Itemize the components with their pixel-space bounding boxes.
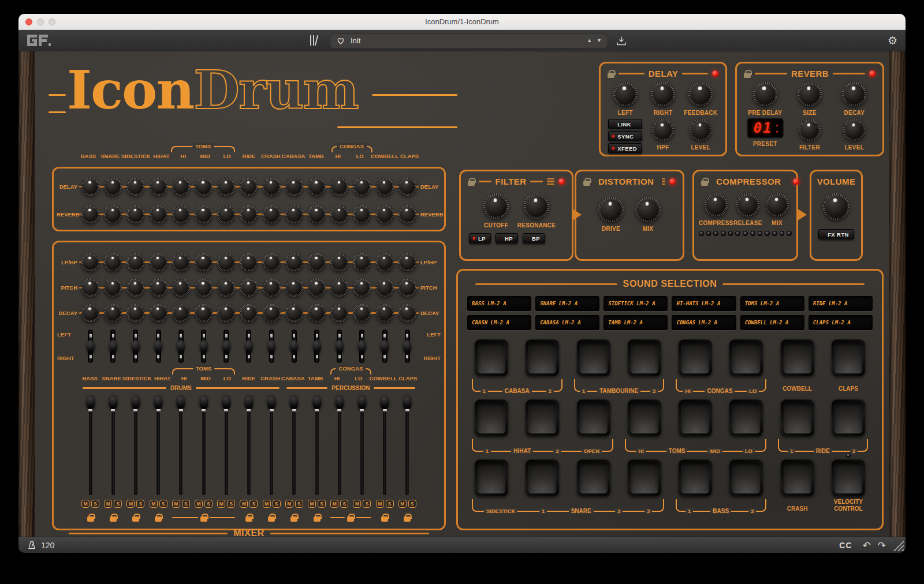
solo-button-12-lo[interactable]: S — [363, 500, 371, 508]
fader-11-hi[interactable] — [335, 395, 344, 496]
delay-hpf-knob[interactable] — [652, 119, 674, 141]
decay-knob-5-mid[interactable] — [195, 304, 213, 322]
lp-hp-knob-0-bass[interactable] — [81, 253, 99, 271]
distortion-lock-icon[interactable] — [583, 181, 590, 186]
distortion-drive-knob[interactable] — [598, 197, 624, 222]
lp-hp-knob-1-snare[interactable] — [104, 253, 122, 271]
save-preset-icon[interactable] — [616, 36, 627, 46]
channel-lock-1-snare[interactable] — [110, 516, 117, 522]
pitch-knob-6-lo[interactable] — [217, 279, 235, 297]
reverb-lock-icon[interactable] — [744, 73, 751, 78]
pad-hihat-open[interactable] — [577, 399, 610, 436]
pad-snare-2[interactable] — [577, 459, 610, 496]
fader-7-ride[interactable] — [244, 395, 254, 496]
delay-send-knob-2-sidestick[interactable] — [126, 178, 144, 196]
lp-hp-knob-3-hihat[interactable] — [150, 253, 167, 271]
mute-button-5-mid[interactable]: M — [195, 500, 203, 508]
reverb-send-knob-0-bass[interactable] — [81, 205, 99, 223]
reverb-send-knob-14-claps[interactable] — [398, 205, 416, 223]
channel-lock-3-hihat[interactable] — [155, 516, 162, 522]
pan-slider-0-bass[interactable] — [88, 330, 93, 363]
fader-13-cowbell[interactable] — [380, 395, 389, 496]
reverb-preset-up-arrow[interactable]: ▲ — [775, 123, 779, 127]
mute-button-12-lo[interactable]: M — [353, 500, 361, 508]
reverb-preset-display[interactable]: 01 ▲ ▼ — [748, 119, 783, 137]
pitch-knob-1-snare[interactable] — [104, 279, 122, 297]
pitch-knob-11-hi[interactable] — [330, 279, 348, 297]
delay-bypass-led[interactable] — [712, 70, 718, 77]
mute-button-6-lo[interactable]: M — [217, 500, 225, 508]
decay-knob-11-hi[interactable] — [330, 304, 348, 322]
fader-3-hihat[interactable] — [154, 395, 163, 496]
delay-send-knob-11-hi[interactable] — [330, 178, 348, 196]
reverb-send-knob-2-sidestick[interactable] — [126, 205, 144, 223]
distortion-mix-knob[interactable] — [635, 197, 661, 222]
delay-send-knob-9-cabasa[interactable] — [285, 178, 303, 196]
delay-send-knob-7-ride[interactable] — [240, 178, 258, 196]
fader-9-cabasa[interactable] — [289, 395, 299, 496]
sound-display-2-sidetick-lm-2-a[interactable]: SIDETICK LM-2 A — [603, 296, 668, 311]
sound-display-7-cabasa-lm-2-a[interactable]: CABASA LM-2 A — [535, 315, 599, 330]
pan-slider-6-lo[interactable] — [223, 330, 229, 363]
reverb-send-knob-8-crash[interactable] — [263, 205, 281, 223]
compressor-compress-knob[interactable] — [705, 193, 728, 216]
pan-slider-4-hi[interactable] — [178, 330, 184, 363]
pad-ride-2[interactable] — [832, 399, 865, 436]
mute-button-14-claps[interactable]: M — [398, 500, 407, 508]
compressor-bypass-led[interactable] — [793, 178, 799, 185]
delay-send-knob-14-claps[interactable] — [398, 178, 416, 196]
resize-grip[interactable] — [891, 538, 904, 551]
pad-congas-lo[interactable] — [729, 339, 763, 376]
reverb-send-knob-1-snare[interactable] — [104, 205, 122, 223]
channel-lock-2-sidestick[interactable] — [132, 516, 139, 522]
pad-hihat-2[interactable] — [526, 399, 559, 436]
pitch-knob-10-tamb[interactable] — [308, 279, 326, 297]
mute-button-0-bass[interactable]: M — [81, 500, 90, 508]
solo-button-8-crash[interactable]: S — [273, 500, 281, 508]
reverb-send-knob-3-hihat[interactable] — [150, 205, 167, 223]
reverb-decay-knob[interactable] — [842, 82, 866, 106]
pan-slider-9-cabasa[interactable] — [292, 330, 297, 363]
pitch-knob-13-cowbell[interactable] — [376, 279, 394, 297]
pad-cabasa-1[interactable] — [475, 339, 508, 376]
lp-hp-knob-11-hi[interactable] — [330, 253, 348, 271]
compressor-lock-icon[interactable] — [701, 181, 708, 186]
sound-display-9-congas-lm-2-a[interactable]: CONGAS LM-2 A — [672, 315, 736, 330]
sound-display-4-toms-lm-2-a[interactable]: TOMS LM-2 A — [740, 296, 804, 311]
fx-return-button[interactable]: FX RTN — [818, 229, 854, 239]
fader-4-hi[interactable] — [176, 395, 185, 496]
delay-left-knob[interactable] — [613, 82, 638, 106]
decay-knob-12-lo[interactable] — [353, 304, 371, 322]
preset-field[interactable]: Init ▲ ▼ — [330, 33, 608, 48]
filter-lock-icon[interactable] — [468, 181, 475, 186]
reverb-send-knob-10-tamb[interactable] — [308, 205, 326, 223]
pitch-knob-9-cabasa[interactable] — [285, 279, 303, 297]
reverb-filter-knob[interactable] — [799, 119, 821, 141]
fader-0-bass[interactable] — [86, 395, 95, 496]
decay-knob-1-snare[interactable] — [104, 304, 122, 322]
sound-display-10-cowbell-lm-2-a[interactable]: COWBELL LM-2 A — [740, 315, 804, 330]
reverb-send-knob-13-cowbell[interactable] — [376, 205, 394, 223]
channel-lock-13-cowbell[interactable] — [381, 516, 388, 522]
pan-slider-12-lo[interactable] — [359, 330, 364, 363]
channel-lock-9-cabasa[interactable] — [290, 516, 297, 522]
delay-button-sync[interactable]: SYNC — [608, 131, 642, 141]
reverb-level-knob[interactable] — [843, 119, 865, 141]
reverb-send-knob-11-hi[interactable] — [330, 205, 348, 223]
pad-snare-3[interactable] — [628, 459, 661, 496]
solo-button-3-hihat[interactable]: S — [159, 500, 167, 508]
pan-slider-8-crash[interactable] — [269, 330, 274, 363]
decay-knob-10-tamb[interactable] — [308, 304, 326, 322]
lp-hp-knob-10-tamb[interactable] — [308, 253, 326, 271]
reverb-size-knob[interactable] — [798, 82, 822, 106]
lp-hp-knob-8-crash[interactable] — [263, 253, 281, 271]
reverb-send-knob-5-mid[interactable] — [195, 205, 213, 223]
filter-bypass-led[interactable] — [558, 178, 565, 185]
sound-display-11-claps-lm-2-a[interactable]: CLAPS LM-2 A — [808, 315, 873, 330]
preset-next-arrow[interactable]: ▼ — [597, 38, 602, 43]
pad-bass-2[interactable] — [729, 459, 763, 496]
channel-lock-0-bass[interactable] — [87, 516, 94, 522]
zoom-button[interactable] — [49, 18, 55, 25]
channel-lock-7-ride[interactable] — [245, 516, 252, 522]
reverb-send-knob-9-cabasa[interactable] — [285, 205, 303, 223]
